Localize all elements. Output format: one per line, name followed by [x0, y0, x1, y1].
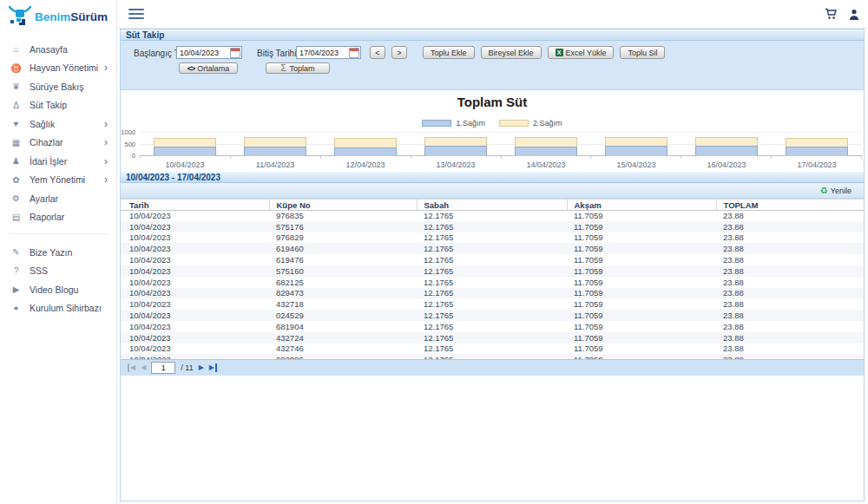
table-cell: 575160 — [269, 265, 417, 277]
table-cell: 23.88 — [716, 232, 864, 244]
table-row[interactable]: 10/04/202397682912.176511.705923.88 — [121, 232, 864, 244]
sidebar-item-suruye-bakis[interactable]: ♛Sürüye Bakış — [0, 77, 116, 96]
column-header[interactable]: Küpe No — [269, 200, 417, 211]
ortalama-button[interactable]: <> Ortalama — [179, 62, 238, 74]
table-cell: 11.7059 — [567, 288, 716, 299]
bar-segment — [334, 147, 397, 156]
bar-segment — [695, 137, 758, 146]
chart-legend: 1.Sağım2.Sağım — [121, 119, 864, 128]
x-tick — [590, 156, 681, 159]
table-row[interactable]: 10/04/202343272412.176511.705923.88 — [121, 332, 864, 344]
sidebar-item-ayarlar[interactable]: ⚙Ayarlar — [0, 189, 116, 208]
sidebar-item-label: Raporlar — [30, 212, 108, 222]
table-row[interactable]: 10/04/202357516012.176511.705923.88 — [121, 265, 864, 277]
table-cell: 11.7059 — [567, 321, 716, 332]
table-toolbar: ♻ Yenile — [121, 183, 864, 199]
sidebar-item-video-blogu[interactable]: ▶Video Blogu — [0, 280, 116, 299]
chevron-right-icon: › — [104, 175, 108, 184]
prev-page-icon[interactable]: ◀ — [141, 363, 146, 372]
chart-section: Toplam Süt 1.Sağım2.Sağım 05001000 10/04… — [121, 90, 864, 172]
bar-segment — [424, 146, 487, 156]
sidebar-item-raporlar[interactable]: ▤Raporlar — [0, 208, 116, 227]
table-cell: 10/04/2023 — [121, 288, 269, 299]
table-cell: 10/04/2023 — [121, 265, 269, 277]
excel-yukle-button[interactable]: XExcel Yükle — [548, 46, 615, 59]
sidebar-item-yem-yonetimi[interactable]: ✿Yem Yönetimi› — [0, 171, 116, 190]
x-tick — [411, 156, 501, 159]
column-header[interactable]: Sabah — [417, 200, 567, 211]
table-row[interactable]: 10/04/202368212512.176511.705923.88 — [121, 277, 864, 288]
table-row[interactable]: 10/04/202343274612.176511.705923.88 — [121, 344, 864, 355]
sidebar-item-saglik[interactable]: ♥Sağlık› — [0, 115, 116, 134]
button-label: Excel Yükle — [566, 49, 607, 57]
chart-title: Toplam Süt — [121, 95, 864, 109]
table-row[interactable]: 10/04/202382947312.176511.705923.88 — [121, 288, 864, 299]
legend-label: 1.Sağım — [456, 119, 485, 128]
column-header[interactable]: TOPLAM — [716, 200, 864, 211]
table-row[interactable]: 10/04/202302452912.176511.705923.88 — [121, 310, 864, 321]
sidebar-item-hayvan-yonetimi[interactable]: ♉Hayvan Yönetimi› — [0, 59, 116, 78]
table-cell: 024529 — [269, 310, 417, 321]
start-date-input[interactable] — [177, 48, 230, 57]
table-row[interactable]: 10/04/202368190412.176511.705923.88 — [121, 321, 864, 332]
sidebar-item-kurulum-sihirbazi[interactable]: ✦Kurulum Sihirbazı — [0, 299, 116, 318]
table-cell: 23.88 — [716, 277, 864, 288]
table-cell: 23.88 — [716, 321, 864, 332]
first-page-icon[interactable]: ◀ — [128, 363, 135, 372]
bireysel-ekle-button[interactable]: Bireysel Ekle — [481, 46, 542, 59]
x-axis-label: 17/04/2023 — [772, 160, 862, 169]
refresh-button[interactable]: ♻ Yenile — [815, 185, 857, 196]
toplu-ekle-button[interactable]: Toplu Ekle — [423, 46, 475, 59]
sidebar-item-anasayfa[interactable]: ⌂Anasayfa — [0, 40, 116, 59]
next-page-icon[interactable]: ▶ — [199, 363, 204, 372]
table-cell: 12.1765 — [417, 232, 567, 244]
sidebar-divider — [9, 233, 108, 234]
table-cell: 10/04/2023 — [121, 321, 269, 332]
last-page-icon[interactable]: ▶ — [209, 363, 217, 372]
table-row[interactable]: 10/04/202343271812.176511.705923.88 — [121, 298, 864, 310]
end-date-input[interactable] — [297, 48, 349, 57]
bar-group — [320, 133, 411, 156]
page-number-input[interactable] — [151, 362, 175, 374]
sidebar-item-sss[interactable]: ?SSS — [0, 262, 116, 281]
toplam-button[interactable]: Σ Toplam — [266, 62, 330, 74]
x-tick — [230, 156, 320, 159]
user-icon[interactable] — [849, 9, 859, 20]
stacked-bar — [515, 137, 577, 156]
table-row[interactable]: 10/04/202361947612.176511.705923.88 — [121, 254, 864, 265]
bar-segment — [424, 137, 487, 146]
table-row[interactable]: 10/04/202361946012.176511.705923.88 — [121, 243, 864, 254]
table-cell: 11.7059 — [567, 221, 716, 232]
app-logo[interactable]: BenimSürüm — [0, 0, 116, 29]
legend-item: 2.Sağım — [499, 119, 562, 128]
y-tick-label: 0 — [132, 153, 135, 159]
table-cell: 681904 — [269, 321, 417, 332]
calendar-icon[interactable] — [349, 48, 359, 58]
menu-hamburger-icon[interactable] — [128, 9, 144, 20]
table-cell: 10/04/2023 — [121, 210, 269, 221]
table-row[interactable]: 10/04/202357517612.176511.705923.88 — [121, 221, 864, 232]
cart-icon[interactable] — [825, 8, 837, 20]
table-row[interactable]: 10/04/202397683512.176511.705923.88 — [121, 210, 864, 221]
refresh-icon: ♻ — [820, 186, 828, 195]
table-cell: 23.88 — [716, 310, 864, 321]
sidebar-nav: ⌂Anasayfa♉Hayvan Yönetimi›♛Sürüye BakışΔ… — [0, 29, 116, 317]
sidebar-item-cihazlar[interactable]: ▦Cihazlar› — [0, 134, 116, 153]
toplu-sil-button[interactable]: Toplu Sil — [620, 46, 665, 59]
brand-text: BenimSürüm — [35, 10, 108, 23]
column-header[interactable]: Akşam — [567, 200, 716, 211]
sidebar-item-sut-takip[interactable]: ΔSüt Takip — [0, 96, 116, 115]
table-cell: 12.1765 — [417, 321, 567, 332]
next-range-button[interactable]: > — [391, 46, 407, 59]
sidebar: BenimSürüm ⌂Anasayfa♉Hayvan Yönetimi›♛Sü… — [0, 0, 117, 504]
calendar-icon[interactable] — [230, 48, 240, 58]
sidebar-item-label: Sürüye Bakış — [30, 82, 108, 92]
prev-range-button[interactable]: < — [370, 46, 385, 59]
sidebar-item-bize-yazin[interactable]: ✎Bize Yazın — [0, 243, 116, 262]
table-scroll-area[interactable]: 10/04/202397683512.176511.705923.8810/04… — [121, 210, 864, 359]
table-cell: 23.88 — [716, 243, 864, 254]
table-cell: 432718 — [269, 298, 417, 310]
feed-management-icon: ✿ — [10, 175, 22, 185]
sidebar-item-idari-isler[interactable]: ♟İdari İşler› — [0, 152, 116, 171]
column-header[interactable]: Tarih — [121, 200, 269, 211]
